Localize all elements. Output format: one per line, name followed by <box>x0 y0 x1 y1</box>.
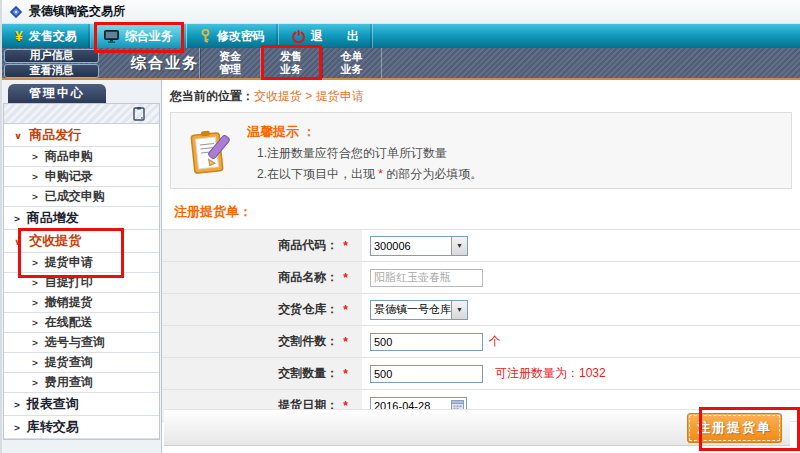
form-title: 注册提货单： <box>174 203 800 221</box>
sidebar-item-product-issue[interactable]: ∨ 商品发行 <box>4 124 159 147</box>
window-title: 景德镇陶瓷交易所 <box>29 3 125 20</box>
view-messages-tab[interactable]: 查看消息 <box>4 64 99 78</box>
select-value: 景德镇一号仓库 <box>371 302 451 317</box>
sidebar-item-label: 申购记录 <box>45 168 93 185</box>
sidebar: 管理中心 ∨ 商品发行 > 商品申购 <box>2 80 162 453</box>
field-label: 交货仓库： * <box>162 294 362 325</box>
required-asterisk: * <box>343 239 348 253</box>
sidebar-item-product-subscribe[interactable]: > 商品申购 <box>4 147 159 167</box>
field-cell: 个 <box>362 326 800 357</box>
window-titlebar: 景德镇陶瓷交易所 <box>2 0 800 24</box>
subnav-item-line2: 业务 <box>341 63 363 76</box>
subnav-item-funds-management[interactable]: 资金 管理 <box>199 48 260 78</box>
sidebar-item-label: 提货申请 <box>45 254 93 271</box>
sidebar-item-online-distribution[interactable]: > 在线配送 <box>4 313 159 333</box>
chevron-down-icon: ∨ <box>14 130 22 140</box>
sidebar-item-report-query[interactable]: > 报表查询 <box>4 393 159 416</box>
chevron-down-icon[interactable]: ▼ <box>451 301 467 319</box>
field-cell: 300006 ▼ <box>362 230 800 261</box>
sidebar-item-number-select-query[interactable]: > 选号与查询 <box>4 333 159 353</box>
main-toolbar: ¥ 发售交易 综合业务 修改密码 <box>2 24 800 48</box>
chevron-right-icon: > <box>14 422 20 432</box>
key-icon <box>200 29 211 43</box>
delivery-pieces-input[interactable] <box>370 333 483 351</box>
sidebar-item-label: 提货查询 <box>45 354 93 371</box>
chevron-right-icon: > <box>32 258 38 268</box>
sidebar-item-self-pickup-print[interactable]: > 自提打印 <box>4 273 159 293</box>
chevron-right-icon: > <box>32 298 38 308</box>
notice-line-1: 1.注册数量应符合您的订单所订数量 <box>257 145 447 162</box>
toolbar-button-label: 修改密码 <box>217 28 265 45</box>
field-label: 交割数量： * <box>162 358 362 389</box>
field-label-text: 交割数量： <box>278 365 338 382</box>
sidebar-item-delivery[interactable]: ∨ 交收提货 <box>4 230 159 253</box>
toolbar-button-sale-trade[interactable]: ¥ 发售交易 <box>2 24 91 48</box>
field-label-text: 交货仓库： <box>278 301 338 318</box>
sidebar-item-label: 库转交易 <box>27 418 79 436</box>
sidebar-item-label: 选号与查询 <box>45 334 105 351</box>
select-value: 300006 <box>371 240 451 252</box>
chevron-right-icon: > <box>32 318 38 328</box>
sidebar-item-deal-done-subscribe[interactable]: > 已成交申购 <box>4 187 159 207</box>
sub-navigation-bar: 用户信息 查看消息 综合业务 资金 管理 发售 业务 仓单 业务 <box>2 48 800 80</box>
sidebar-item-product-additional-issue[interactable]: > 商品增发 <box>4 207 159 230</box>
registrable-quantity-hint: 可注册数量为：1032 <box>495 365 606 382</box>
required-asterisk: * <box>343 367 348 381</box>
toolbar-button-label: 综合业务 <box>125 28 173 45</box>
sidebar-item-cancel-delivery[interactable]: > 撤销提货 <box>4 293 159 313</box>
sidebar-item-fee-query[interactable]: > 费用查询 <box>4 373 159 393</box>
subnav-item-line1: 资金 <box>219 50 241 63</box>
field-label-text: 商品名称： <box>278 269 338 286</box>
sidebar-item-label: 报表查询 <box>27 395 79 413</box>
user-mini-tabs: 用户信息 查看消息 <box>4 49 99 79</box>
breadcrumb-link-delivery-apply[interactable]: 提货申请 <box>316 89 364 103</box>
required-asterisk: * <box>343 303 348 317</box>
toolbar-button-change-password[interactable]: 修改密码 <box>187 24 279 48</box>
sidebar-item-delivery-apply[interactable]: > 提货申请 <box>4 253 159 273</box>
clipboard-pen-icon <box>185 126 237 178</box>
management-center-tab[interactable]: 管理中心 <box>8 84 106 103</box>
chevron-right-icon: > <box>14 213 20 223</box>
sidebar-item-label: 商品增发 <box>27 209 79 227</box>
register-delivery-order-button[interactable]: 注册提货单 <box>687 413 782 443</box>
sidebar-item-label: 费用查询 <box>45 374 93 391</box>
user-info-tab[interactable]: 用户信息 <box>4 49 99 63</box>
clipboard-icon <box>133 107 145 121</box>
notice-line-2-text: 2.在以下项目中，出现 <box>257 167 378 181</box>
toolbar-button-label: 发售交易 <box>29 28 77 45</box>
warehouse-select[interactable]: 景德镇一号仓库 ▼ <box>370 300 468 320</box>
sidebar-item-delivery-query[interactable]: > 提货查询 <box>4 353 159 373</box>
chevron-down-icon: ∨ <box>14 236 22 246</box>
subnav-item-sale-business[interactable]: 发售 业务 <box>260 48 321 78</box>
form-row-warehouse: 交货仓库： * 景德镇一号仓库 ▼ <box>162 294 800 326</box>
sidebar-item-label: 交收提货 <box>29 232 81 250</box>
delivery-quantity-input[interactable] <box>370 365 483 383</box>
subnav-item-line2: 管理 <box>219 63 241 76</box>
toolbar-button-logout[interactable]: 退 出 <box>279 24 373 48</box>
sidebar-menu: ∨ 商品发行 > 商品申购 > 申购记录 > 已成交申购 > 商品增发 <box>3 103 160 440</box>
field-label-text: 交割件数： <box>278 333 338 350</box>
sidebar-item-label: 撤销提货 <box>45 294 93 311</box>
subnav-item-warehouse-receipt[interactable]: 仓单 业务 <box>321 48 382 78</box>
sidebar-item-warehouse-transfer-trade[interactable]: > 库转交易 <box>4 416 159 439</box>
sidebar-item-label: 商品申购 <box>45 148 93 165</box>
application-window: 景德镇陶瓷交易所 ¥ 发售交易 综合业务 修改密码 <box>0 0 800 453</box>
product-name-input <box>370 269 483 287</box>
field-label: 交割件数： * <box>162 326 362 357</box>
product-code-select[interactable]: 300006 ▼ <box>370 236 468 256</box>
toolbar-button-comprehensive-business[interactable]: 综合业务 <box>91 24 187 48</box>
subnav-item-line2: 业务 <box>280 63 302 76</box>
subnav-items: 资金 管理 发售 业务 仓单 业务 <box>199 48 382 78</box>
breadcrumb-link-delivery[interactable]: 交收提货 <box>254 89 302 103</box>
notice-line-2-text: 的部分为必填项。 <box>383 167 482 181</box>
sidebar-menu-header <box>4 104 159 124</box>
form-row-delivery-quantity: 交割数量： * 可注册数量为：1032 <box>162 358 800 390</box>
sidebar-item-subscribe-record[interactable]: > 申购记录 <box>4 167 159 187</box>
monitor-icon <box>104 30 119 43</box>
yen-icon: ¥ <box>15 28 23 44</box>
field-cell <box>362 262 800 293</box>
chevron-down-icon[interactable]: ▼ <box>451 237 467 255</box>
required-asterisk: * <box>343 271 348 285</box>
main-content: 您当前的位置：交收提货 > 提货申请 温馨提示 ： 1.注册数量应符合您的订单所… <box>162 80 800 453</box>
sidebar-item-label: 在线配送 <box>45 314 93 331</box>
